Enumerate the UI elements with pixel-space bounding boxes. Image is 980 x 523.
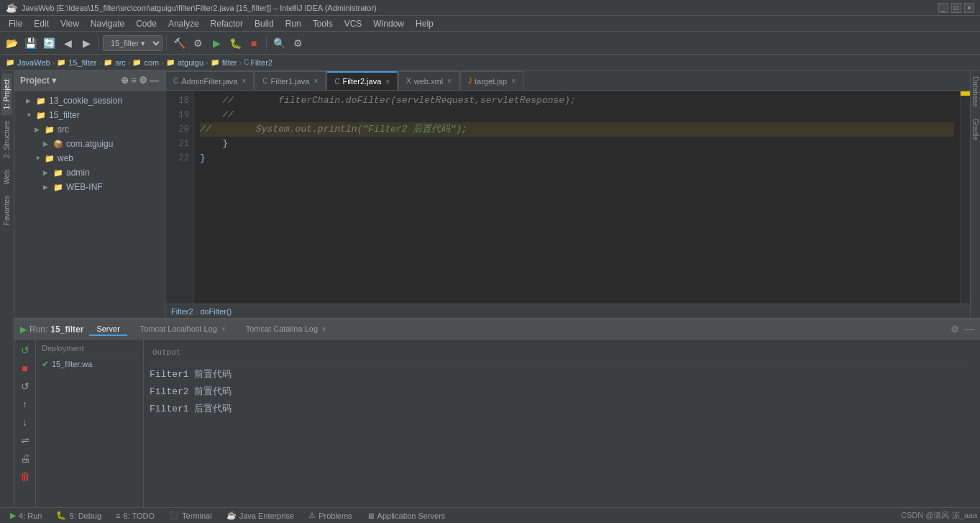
- menu-vcs[interactable]: VCS: [339, 17, 368, 30]
- tree-label: 13_cookie_session: [49, 96, 122, 106]
- bc-filter[interactable]: filter: [222, 58, 237, 67]
- tab-close-button[interactable]: ×: [313, 77, 318, 85]
- output-header: Output: [150, 342, 974, 363]
- menu-edit[interactable]: Edit: [28, 17, 55, 30]
- tab-filter2[interactable]: C Filter2.java ×: [326, 71, 398, 90]
- bc-filter2[interactable]: Filter2: [250, 58, 273, 67]
- tab-web-xml[interactable]: X web.xml ×: [398, 71, 459, 90]
- maximize-button[interactable]: □: [951, 3, 961, 13]
- restore-layout-button[interactable]: ↺: [17, 378, 33, 394]
- menu-analyze[interactable]: Analyze: [162, 17, 205, 30]
- menu-code[interactable]: Code: [130, 17, 162, 30]
- settings-button[interactable]: ⚙: [289, 35, 306, 52]
- admin-folder-icon: 📁: [53, 168, 63, 178]
- build-button[interactable]: 🔨: [170, 35, 188, 52]
- bc-javaweb[interactable]: JavaWeb: [17, 58, 50, 67]
- tab-filter1[interactable]: C Filter1.java ×: [255, 71, 326, 90]
- tab-close-button[interactable]: ×: [447, 77, 452, 85]
- tree-item-cookie-session[interactable]: ▶ 📁 13_cookie_session: [14, 94, 165, 108]
- right-tab-gradle[interactable]: Gradle: [970, 113, 980, 146]
- sidebar-tab-project[interactable]: 1: Project: [1, 73, 12, 115]
- tree-item-com-atguigu[interactable]: ▶ 📦 com.atguigu: [14, 137, 165, 151]
- locate-icon[interactable]: ⊕: [121, 75, 129, 86]
- clear-output-button[interactable]: 🗑: [17, 468, 33, 484]
- tree-item-15filter[interactable]: ▼ 📁 15_filter: [14, 108, 165, 122]
- toolbar-separator-1: [99, 36, 99, 50]
- bc-src[interactable]: src: [115, 58, 126, 67]
- run-button[interactable]: ▶: [208, 35, 225, 52]
- bc-com[interactable]: com: [144, 58, 159, 67]
- settings-icon[interactable]: ⚙: [139, 75, 147, 86]
- menu-window[interactable]: Window: [367, 17, 410, 30]
- debug-button[interactable]: 🐛: [226, 35, 244, 52]
- bottom-tab-terminal[interactable]: ⬛ Terminal: [162, 508, 219, 524]
- save-button[interactable]: 💾: [22, 35, 39, 52]
- menu-file[interactable]: File: [3, 17, 28, 30]
- run-tab-tomcat-catalina[interactable]: Tomcat Catalina Log ×: [239, 323, 334, 336]
- sync-button[interactable]: 🔄: [40, 35, 58, 52]
- forward-button[interactable]: ▶: [78, 35, 95, 52]
- collapse-icon[interactable]: ≡: [131, 75, 137, 86]
- tab-target-jsp[interactable]: J target.jsp ×: [460, 71, 523, 90]
- menu-help[interactable]: Help: [410, 17, 439, 30]
- run-close-button[interactable]: —: [965, 324, 974, 335]
- bottom-tab-run[interactable]: ▶ 4: Run: [3, 508, 49, 524]
- tab-close-button[interactable]: ×: [242, 77, 247, 85]
- menu-tools[interactable]: Tools: [307, 17, 339, 30]
- ebc-filter2[interactable]: Filter2: [171, 307, 193, 316]
- menu-build[interactable]: Build: [249, 17, 280, 30]
- bc-class-icon: C: [244, 58, 249, 66]
- sidebar-tab-web[interactable]: Web: [1, 164, 12, 190]
- back-button[interactable]: ◀: [59, 35, 76, 52]
- run-config-button[interactable]: ⚙: [189, 35, 206, 52]
- minimize-button[interactable]: _: [938, 3, 948, 13]
- run-tab-close[interactable]: ×: [221, 325, 226, 333]
- bottom-tab-todo[interactable]: ≡ 6: TODO: [109, 508, 162, 524]
- sidebar-tab-favorites[interactable]: Favorites: [1, 190, 12, 231]
- print-button[interactable]: 🖨: [17, 450, 33, 466]
- right-tab-database[interactable]: Database: [970, 71, 980, 113]
- code-editor[interactable]: 18 19 20 21 22 // filterChain.doFilter(s…: [165, 91, 970, 304]
- project-selector[interactable]: 15_filter ▾: [103, 35, 162, 51]
- bottom-tab-debug[interactable]: 🐛 5: Debug: [49, 508, 109, 524]
- bc-folder-icon-2: 📁: [104, 58, 112, 66]
- stop-run-button[interactable]: ■: [17, 360, 33, 376]
- run-tab-tomcat-localhost[interactable]: Tomcat Localhost Log ×: [133, 323, 233, 336]
- run-settings-button[interactable]: ⚙: [951, 324, 959, 335]
- deployment-item[interactable]: ✔ 15_filter:wa: [39, 358, 140, 370]
- tab-close-button[interactable]: ×: [385, 78, 390, 86]
- bottom-tab-problems[interactable]: ⚠ Problems: [301, 508, 359, 524]
- menu-run[interactable]: Run: [280, 17, 307, 30]
- rerun-button[interactable]: ↺: [17, 342, 33, 358]
- toolbar-separator-2: [166, 36, 167, 50]
- stop-button[interactable]: ■: [245, 35, 262, 52]
- bc-atguigu[interactable]: atguigu: [178, 58, 203, 67]
- run-body: ↺ ■ ↺ ↑ ↓ ⇌ 🖨 🗑 Deployment ✔ 15_filter:w…: [14, 340, 980, 523]
- run-tab-close[interactable]: ×: [322, 325, 326, 333]
- tree-item-webinf[interactable]: ▶ 📁 WEB-INF: [14, 180, 165, 194]
- menu-navigate[interactable]: Navigate: [85, 17, 130, 30]
- bottom-tab-app-servers[interactable]: 🖥 Application Servers: [360, 508, 453, 524]
- open-button[interactable]: 📂: [3, 35, 20, 52]
- src-icon: 📁: [45, 125, 55, 135]
- hide-icon[interactable]: —: [150, 75, 159, 86]
- code-content[interactable]: // filterChain.doFilter(servletRequest,s…: [194, 91, 960, 304]
- scroll-down-button[interactable]: ↓: [17, 414, 33, 430]
- line-num-21: 21: [165, 137, 189, 151]
- tree-item-src[interactable]: ▶ 📁 src: [14, 122, 165, 137]
- tree-item-web[interactable]: ▼ 📁 web: [14, 151, 165, 165]
- tab-close-button[interactable]: ×: [511, 77, 516, 85]
- scroll-up-button[interactable]: ↑: [17, 396, 33, 412]
- tree-item-admin[interactable]: ▶ 📁 admin: [14, 165, 165, 180]
- search-everywhere-button[interactable]: 🔍: [270, 35, 288, 52]
- close-button[interactable]: ×: [964, 3, 974, 13]
- soft-wrap-button[interactable]: ⇌: [17, 432, 33, 448]
- bottom-tab-java-enterprise[interactable]: ☕ Java Enterprise: [219, 508, 301, 524]
- menu-refactor[interactable]: Refactor: [205, 17, 249, 30]
- bc-15filter[interactable]: 15_filter: [68, 58, 96, 67]
- run-tab-server[interactable]: Server: [89, 323, 127, 336]
- tab-admin-filter[interactable]: C AdminFilter.java ×: [165, 71, 254, 90]
- sidebar-tab-structure[interactable]: 2: Structure: [1, 115, 12, 164]
- ebc-dofilter[interactable]: doFilter(): [200, 307, 232, 316]
- menu-view[interactable]: View: [55, 17, 85, 30]
